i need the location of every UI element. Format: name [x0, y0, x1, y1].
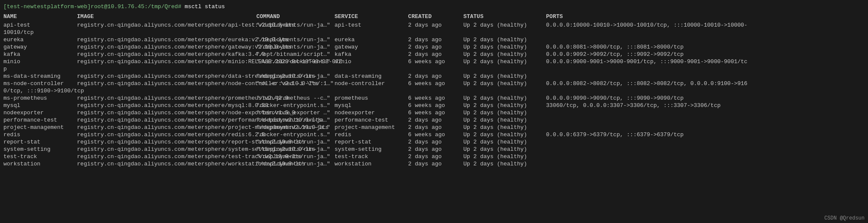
table-cell-service: workstation: [335, 160, 408, 168]
table-cell-status: Up 2 days (healthy): [463, 138, 546, 146]
table-cell-name: test-track: [3, 153, 77, 160]
table-cell-status: Up 2 days (healthy): [463, 73, 546, 80]
table-cell-command: "/deployments/run-ja…": [256, 124, 335, 131]
table-row: minioregistry.cn-qingdao.aliyuncs.com/me…: [3, 58, 868, 65]
table-cell-name: report-stat: [3, 138, 77, 146]
table-cell-image: registry.cn-qingdao.aliyuncs.com/metersp…: [77, 58, 256, 65]
table-cell-service: mysql: [335, 102, 408, 109]
table-header-row: NAME IMAGE COMMAND SERVICE CREATED STATU…: [3, 13, 868, 21]
col-header-command: COMMAND: [256, 13, 335, 21]
table-cell-status: Up 2 days (healthy): [463, 160, 546, 168]
table-cell-ports: 0.0.0.0:9092->9092/tcp, :::9092->9092/tc…: [546, 51, 868, 58]
table-cell-status: Up 2 days (healthy): [463, 80, 546, 87]
table-cell-command: "docker-entrypoint.s…": [256, 131, 335, 138]
table-cell-status: Up 2 days (healthy): [463, 95, 546, 102]
table-cell-image: registry.cn-qingdao.aliyuncs.com/metersp…: [77, 146, 256, 153]
table-cell-created: 2 days ago: [408, 146, 463, 153]
table-cell-status: Up 2 days (healthy): [463, 116, 546, 124]
table-row: system-settingregistry.cn-qingdao.aliyun…: [3, 146, 868, 153]
table-row: p: [3, 65, 868, 73]
col-header-ports: PORTS: [546, 13, 868, 21]
table-cell-created: 2 days ago: [408, 160, 463, 168]
table-cell-image: registry.cn-qingdao.aliyuncs.com/metersp…: [77, 109, 256, 116]
table-cell-service: nodeexporter: [335, 109, 408, 116]
table-row: gatewayregistry.cn-qingdao.aliyuncs.com/…: [3, 43, 868, 51]
table-cell-service: api-test: [335, 21, 408, 29]
table-row: eurekaregistry.cn-qingdao.aliyuncs.com/m…: [3, 36, 868, 43]
table-cell-command: "sh -c 'sed -i \"s/:1…": [256, 80, 335, 87]
table-cell-service: performance-test: [335, 116, 408, 124]
table-cell-name: eureka: [3, 36, 77, 43]
table-cell-ports: [546, 138, 868, 146]
table-cell-created: 6 weeks ago: [408, 95, 463, 102]
bottom-label: CSDN @Qredsun: [824, 215, 865, 221]
table-cell-image: registry.cn-qingdao.aliyuncs.com/metersp…: [77, 124, 256, 131]
table-cell-status: Up 2 days (healthy): [463, 131, 546, 138]
table-cell-ports: [546, 73, 868, 80]
table-cell-service: project-management: [335, 124, 408, 131]
table-cell-ports: 0.0.0.0:8082->8082/tcp, :::8082->8082/tc…: [546, 80, 868, 87]
table-cell-status: Up 2 days (healthy): [463, 43, 546, 51]
table-cell-name: ms-prometheus: [3, 95, 77, 102]
table-cell-name: nodeexporter: [3, 109, 77, 116]
table-cell-image: registry.cn-qingdao.aliyuncs.com/metersp…: [77, 138, 256, 146]
table-cell-service: eureka: [335, 36, 408, 43]
table-cell-image: registry.cn-qingdao.aliyuncs.com/metersp…: [77, 51, 256, 58]
table-cell-ports: [546, 124, 868, 131]
table-cell-image: registry.cn-qingdao.aliyuncs.com/metersp…: [77, 36, 256, 43]
table-cell-name: project-management: [3, 124, 77, 131]
table-cell-ports: [546, 109, 868, 116]
table-cell-ports: 0.0.0.0:9090->9090/tcp, :::9090->9090/tc…: [546, 95, 868, 102]
table-row: nodeexporterregistry.cn-qingdao.aliyuncs…: [3, 109, 868, 116]
table-cell-service: test-track: [335, 153, 408, 160]
table-cell-service: kafka: [335, 51, 408, 58]
table-cell-image: registry.cn-qingdao.aliyuncs.com/metersp…: [77, 160, 256, 168]
table-cell-name: minio: [3, 58, 77, 65]
table-cell-name: mysql: [3, 102, 77, 109]
table-cell-name: system-setting: [3, 146, 77, 153]
table-cell-service: redis: [335, 131, 408, 138]
table-cell-command: "/usr/bin/docker-ent…": [256, 58, 335, 65]
table-cell-name: redis: [3, 131, 77, 138]
col-header-name: NAME: [3, 13, 77, 21]
table-cell-created: 2 days ago: [408, 138, 463, 146]
table-cell-command: "/deployments/run-ja…": [256, 43, 335, 51]
table-cell-image: registry.cn-qingdao.aliyuncs.com/metersp…: [77, 21, 256, 29]
table-cell-status: Up 2 days (healthy): [463, 51, 546, 58]
table-cell-command: "/deployments/run-ja…": [256, 116, 335, 124]
table-cell-created: 2 days ago: [408, 51, 463, 58]
table-cell-service: node-controller: [335, 80, 408, 87]
table-cell-created: 2 days ago: [408, 73, 463, 80]
table-cell-ports: [546, 36, 868, 43]
table-cell-service: prometheus: [335, 95, 408, 102]
table-cell-created: 6 weeks ago: [408, 131, 463, 138]
table-cell-name: kafka: [3, 51, 77, 58]
table-cell-created: 2 days ago: [408, 36, 463, 43]
table-cell-name: gateway: [3, 43, 77, 51]
table-cell-ports: [546, 146, 868, 153]
table-cell-command: "/deployments/run-ja…": [256, 138, 335, 146]
table-cell-image: registry.cn-qingdao.aliyuncs.com/metersp…: [77, 102, 256, 109]
table-cell-service: minio: [335, 58, 408, 65]
table-row: mysqlregistry.cn-qingdao.aliyuncs.com/me…: [3, 102, 868, 109]
table-row: 10010/tcp: [3, 29, 868, 36]
col-header-status: STATUS: [463, 13, 546, 21]
table-row: kafkaregistry.cn-qingdao.aliyuncs.com/me…: [3, 51, 868, 58]
table-cell-created: 2 days ago: [408, 124, 463, 131]
table-cell-created: 2 days ago: [408, 43, 463, 51]
table-cell-continuation: 0/tcp, :::9100->9100/tcp: [3, 87, 868, 95]
table-row: ms-prometheusregistry.cn-qingdao.aliyunc…: [3, 95, 868, 102]
table-cell-service: data-streaming: [335, 73, 408, 80]
table-cell-command: "/bin/prometheus --c…": [256, 95, 335, 102]
table-row: test-trackregistry.cn-qingdao.aliyuncs.c…: [3, 153, 868, 160]
col-header-service: SERVICE: [335, 13, 408, 21]
table-row: 0/tcp, :::9100->9100/tcp: [3, 87, 868, 95]
table-cell-ports: [546, 160, 868, 168]
table-cell-image: registry.cn-qingdao.aliyuncs.com/metersp…: [77, 80, 256, 87]
table-cell-created: 2 days ago: [408, 116, 463, 124]
table-cell-ports: [546, 116, 868, 124]
col-header-image: IMAGE: [77, 13, 256, 21]
table-cell-created: 2 days ago: [408, 21, 463, 29]
col-header-created: CREATED: [408, 13, 463, 21]
docker-status-table: NAME IMAGE COMMAND SERVICE CREATED STATU…: [3, 13, 868, 168]
